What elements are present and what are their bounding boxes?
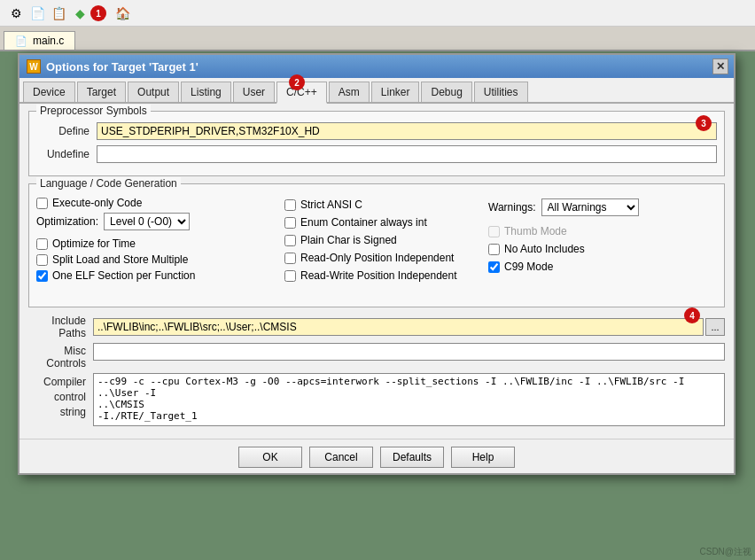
toolbar-icon-2[interactable]: 📄 bbox=[28, 4, 46, 22]
no-auto-includes-label: No Auto Includes bbox=[504, 243, 585, 255]
readwrite-pos-checkbox[interactable] bbox=[284, 270, 296, 282]
warnings-row: Warnings: All Warnings No Warnings MISRA… bbox=[488, 198, 717, 216]
undefine-row: Undefine bbox=[36, 145, 717, 163]
toolbar-icon-1[interactable]: ⚙ bbox=[7, 4, 25, 22]
readonly-pos-label: Read-Only Position Independent bbox=[300, 252, 454, 264]
strict-ansi-checkbox[interactable] bbox=[284, 199, 296, 211]
badge-4: 4 bbox=[684, 307, 700, 323]
split-load-label: Split Load and Store Multiple bbox=[52, 253, 188, 266]
preprocessor-section-label: Preprocessor Symbols bbox=[36, 105, 151, 117]
tab-target[interactable]: Target bbox=[77, 82, 126, 102]
misc-controls-label: MiscControls bbox=[28, 343, 86, 369]
dialog-buttons: OK Cancel Defaults Help bbox=[19, 439, 734, 473]
execute-only-checkbox[interactable] bbox=[36, 198, 48, 209]
one-elf-row: One ELF Section per Function bbox=[36, 269, 284, 282]
file-tab-main-c[interactable]: 📄 main.c bbox=[4, 31, 75, 50]
compiler-string-row: Compilercontrolstring --c99 -c --cpu Cor… bbox=[28, 373, 725, 426]
optimization-row: Optimization: Level 0 (-O0) Level 1 (-O1… bbox=[36, 213, 284, 230]
dialog-title-bar: W Options for Target 'Target 1' ✕ bbox=[19, 55, 734, 78]
optimize-time-label: Optimize for Time bbox=[52, 237, 136, 250]
tab-utilities[interactable]: Utilities bbox=[474, 82, 528, 102]
optimize-time-checkbox[interactable] bbox=[36, 238, 48, 250]
compiler-string-label: Compilercontrolstring bbox=[28, 373, 86, 419]
execute-only-row: Execute-only Code bbox=[36, 197, 284, 209]
badge-3: 3 bbox=[696, 115, 712, 131]
include-paths-label: IncludePaths bbox=[28, 315, 86, 339]
include-paths-input[interactable] bbox=[93, 318, 704, 336]
c99-mode-row: C99 Mode bbox=[488, 261, 717, 273]
readonly-pos-row: Read-Only Position Independent bbox=[284, 252, 488, 264]
thumb-mode-row: Thumb Mode bbox=[488, 225, 717, 237]
help-button[interactable]: Help bbox=[451, 447, 515, 468]
warnings-select[interactable]: All Warnings No Warnings MISRA C 2004 bbox=[541, 198, 639, 216]
optimization-label: Optimization: bbox=[36, 215, 98, 228]
defaults-button[interactable]: Defaults bbox=[380, 447, 444, 468]
tab-debug[interactable]: Debug bbox=[421, 82, 471, 102]
enum-container-label: Enum Container always int bbox=[300, 216, 427, 229]
toolbar: ⚙ 📄 📋 ◆ ◇ 🏠 1 bbox=[0, 0, 755, 27]
define-input[interactable] bbox=[97, 122, 717, 140]
readonly-pos-checkbox[interactable] bbox=[284, 253, 296, 264]
watermark: CSDN@注视 bbox=[700, 546, 752, 558]
dialog-close-button[interactable]: ✕ bbox=[712, 58, 728, 74]
include-paths-row: IncludePaths ... 4 bbox=[28, 315, 725, 339]
dialog-tab-nav: Device Target Output Listing User C/C++ … bbox=[19, 78, 734, 104]
optimize-time-row: Optimize for Time bbox=[36, 237, 284, 250]
misc-controls-row: MiscControls bbox=[28, 343, 725, 369]
ok-button[interactable]: OK bbox=[238, 447, 302, 468]
file-tab-icon: 📄 bbox=[15, 35, 27, 47]
lang-section: Language / Code Generation Execute-only … bbox=[28, 183, 725, 307]
warnings-label: Warnings: bbox=[488, 201, 536, 214]
toolbar-icon-4[interactable]: ◆ bbox=[71, 4, 89, 22]
tab-linker[interactable]: Linker bbox=[371, 82, 420, 102]
enum-container-checkbox[interactable] bbox=[284, 217, 296, 229]
enum-container-row: Enum Container always int bbox=[284, 216, 488, 229]
badge-2: 2 bbox=[289, 74, 305, 90]
tab-device[interactable]: Device bbox=[23, 82, 75, 102]
cancel-button[interactable]: Cancel bbox=[309, 447, 373, 468]
strict-ansi-row: Strict ANSI C bbox=[284, 198, 488, 211]
readwrite-pos-row: Read-Write Position Independent bbox=[284, 269, 488, 282]
split-load-row: Split Load and Store Multiple bbox=[36, 253, 284, 266]
file-tab-label: main.c bbox=[33, 35, 64, 47]
preprocessor-section: Preprocessor Symbols Define 3 Undefine bbox=[28, 111, 725, 176]
misc-controls-input[interactable] bbox=[93, 343, 725, 361]
undefine-input[interactable] bbox=[97, 145, 717, 163]
plain-char-checkbox[interactable] bbox=[284, 235, 296, 246]
optimization-select[interactable]: Level 0 (-O0) Level 1 (-O1) Level 2 (-O2… bbox=[104, 213, 190, 230]
readwrite-pos-label: Read-Write Position Independent bbox=[300, 269, 457, 282]
tab-asm[interactable]: Asm bbox=[329, 82, 370, 102]
include-paths-section: IncludePaths ... 4 bbox=[28, 315, 725, 339]
define-label: Define bbox=[36, 125, 90, 137]
compiler-string-textarea[interactable]: --c99 -c --cpu Cortex-M3 -g -O0 --apcs=i… bbox=[93, 373, 725, 426]
thumb-mode-label: Thumb Mode bbox=[504, 225, 567, 237]
tab-listing[interactable]: Listing bbox=[181, 82, 231, 102]
one-elf-checkbox[interactable] bbox=[36, 270, 48, 282]
dialog-title-icon: W bbox=[27, 59, 41, 74]
execute-only-label: Execute-only Code bbox=[52, 197, 142, 209]
undefine-label: Undefine bbox=[36, 148, 90, 160]
one-elf-label: One ELF Section per Function bbox=[52, 269, 195, 282]
tab-user[interactable]: User bbox=[233, 82, 275, 102]
plain-char-label: Plain Char is Signed bbox=[300, 234, 397, 246]
toolbar-icon-6[interactable]: 🏠 bbox=[113, 4, 131, 22]
tab-bar: 📄 main.c bbox=[0, 27, 755, 51]
lang-section-label: Language / Code Generation bbox=[36, 177, 181, 190]
badge-1: 1 bbox=[90, 5, 106, 21]
thumb-mode-checkbox bbox=[488, 226, 500, 237]
c99-mode-checkbox[interactable] bbox=[488, 261, 500, 273]
split-load-checkbox[interactable] bbox=[36, 254, 48, 266]
tab-output[interactable]: Output bbox=[128, 82, 179, 102]
dialog-body: Preprocessor Symbols Define 3 Undefine L… bbox=[19, 104, 734, 439]
toolbar-icon-3[interactable]: 📋 bbox=[50, 4, 67, 22]
dialog-title: Options for Target 'Target 1' bbox=[46, 60, 198, 74]
plain-char-row: Plain Char is Signed bbox=[284, 234, 488, 246]
no-auto-includes-row: No Auto Includes bbox=[488, 243, 717, 255]
no-auto-includes-checkbox[interactable] bbox=[488, 244, 500, 255]
strict-ansi-label: Strict ANSI C bbox=[300, 198, 362, 211]
options-dialog: W Options for Target 'Target 1' ✕ Device… bbox=[18, 53, 736, 475]
define-row: Define 3 bbox=[36, 122, 717, 140]
include-paths-browse-button[interactable]: ... bbox=[705, 318, 725, 336]
c99-mode-label: C99 Mode bbox=[504, 261, 553, 273]
